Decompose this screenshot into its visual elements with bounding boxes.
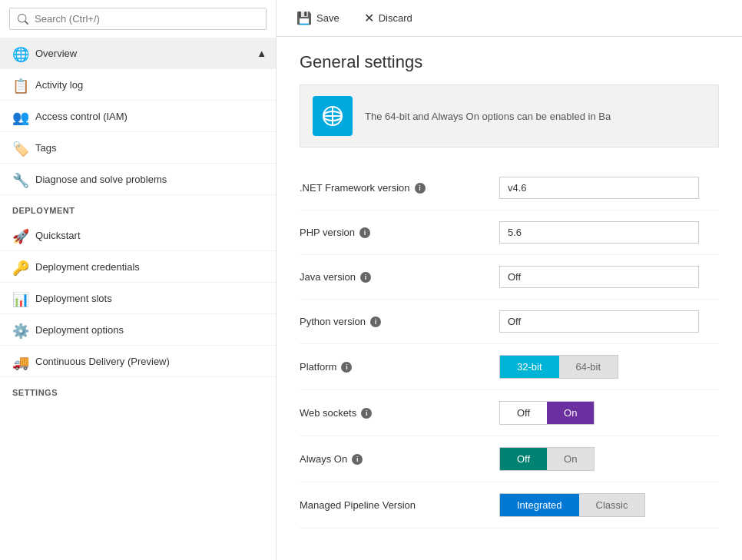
options-icon: ⚙️	[12, 323, 26, 336]
sidebar-item-access-control[interactable]: 👥 Access control (IAM)	[0, 101, 276, 132]
search-box[interactable]	[9, 8, 267, 30]
discard-icon: ✕	[364, 11, 374, 25]
php-label: PHP version i	[300, 227, 499, 238]
dotnet-select[interactable]: v4.6 v2.0 v3.5	[499, 177, 699, 199]
sidebar-item-activity-log[interactable]: 📋 Activity log	[0, 69, 276, 101]
sidebar-label-quickstart: Quickstart	[35, 230, 81, 241]
php-label-text: PHP version	[300, 227, 355, 238]
quickstart-icon: 🚀	[12, 228, 26, 242]
settings-row-platform: Platform i 32-bit 64-bit	[300, 344, 719, 390]
wrench-icon: 🔧	[12, 172, 26, 186]
person-icon: 👥	[12, 109, 26, 123]
sidebar-item-diagnose[interactable]: 🔧 Diagnose and solve problems	[0, 164, 276, 195]
settings-row-php: PHP version i 5.6 Off 5.5 7.0	[300, 210, 719, 255]
key-icon: 🔑	[12, 260, 26, 273]
python-select[interactable]: Off 2.7 3.4	[499, 310, 699, 333]
section-header-settings: SETTINGS	[0, 377, 276, 402]
settings-row-dotnet: .NET Framework version i v4.6 v2.0 v3.5	[300, 166, 719, 210]
websockets-label-text: Web sockets	[300, 407, 356, 419]
pipeline-label: Managed Pipeline Version	[300, 499, 499, 511]
websockets-info-icon[interactable]: i	[361, 408, 372, 419]
platform-32bit-btn[interactable]: 32-bit	[500, 356, 559, 378]
java-label-text: Java version	[300, 271, 356, 283]
java-label: Java version i	[300, 271, 499, 283]
discard-label: Discard	[379, 12, 412, 24]
sidebar-item-tags[interactable]: 🏷️ Tags	[0, 132, 276, 164]
python-control: Off 2.7 3.4	[499, 310, 719, 333]
section-header-deployment: DEPLOYMENT	[0, 195, 276, 220]
dotnet-label: .NET Framework version i	[300, 182, 499, 194]
settings-row-always-on: Always On i Off On	[300, 436, 719, 482]
save-label: Save	[316, 12, 340, 24]
sidebar-label-continuous-delivery: Continuous Delivery (Preview)	[35, 356, 170, 367]
platform-control: 32-bit 64-bit	[499, 355, 719, 379]
sidebar-label-deployment-credentials: Deployment credentials	[35, 261, 140, 273]
sidebar-item-deployment-credentials[interactable]: 🔑 Deployment credentials	[0, 251, 276, 283]
java-control: Off 1.7 1.8	[499, 266, 719, 288]
sidebar-item-continuous-delivery[interactable]: 🚚 Continuous Delivery (Preview)	[0, 346, 276, 377]
dotnet-info-icon[interactable]: i	[415, 183, 426, 194]
settings-row-java: Java version i Off 1.7 1.8	[300, 255, 719, 300]
settings-table: .NET Framework version i v4.6 v2.0 v3.5 …	[300, 166, 719, 529]
pipeline-control: Integrated Classic	[499, 493, 719, 517]
globe-icon: 🌐	[12, 46, 26, 60]
info-banner-icon	[313, 96, 353, 136]
java-select[interactable]: Off 1.7 1.8	[499, 266, 699, 288]
toolbar: 💾 Save ✕ Discard	[277, 0, 742, 37]
always-on-info-icon[interactable]: i	[352, 454, 363, 465]
sidebar-label-tags: Tags	[35, 142, 56, 154]
websockets-control: Off On	[499, 401, 719, 425]
save-button[interactable]: 💾 Save	[292, 8, 344, 28]
sidebar-label-overview: Overview	[35, 48, 77, 59]
websockets-off-btn[interactable]: Off	[500, 402, 547, 424]
php-select[interactable]: 5.6 Off 5.5 7.0	[499, 221, 699, 244]
chevron-icon: ▲	[257, 48, 267, 59]
websockets-label: Web sockets i	[300, 407, 499, 419]
sidebar-item-quickstart[interactable]: 🚀 Quickstart	[0, 220, 276, 251]
info-banner: The 64-bit and Always On options can be …	[300, 84, 719, 147]
platform-64bit-btn[interactable]: 64-bit	[559, 356, 618, 378]
book-icon: 📋	[12, 78, 26, 91]
discard-button[interactable]: ✕ Discard	[359, 8, 417, 28]
websockets-on-btn[interactable]: On	[547, 402, 594, 424]
websockets-toggle: Off On	[499, 401, 595, 425]
settings-row-websockets: Web sockets i Off On	[300, 390, 719, 436]
content-area: General settings The 64-bit and Always O…	[277, 37, 742, 560]
search-input[interactable]	[35, 13, 258, 25]
platform-label-text: Platform	[300, 361, 336, 373]
pipeline-label-text: Managed Pipeline Version	[300, 499, 416, 511]
dotnet-control: v4.6 v2.0 v3.5	[499, 177, 719, 199]
sidebar-item-deployment-slots[interactable]: 📊 Deployment slots	[0, 283, 276, 314]
pipeline-toggle: Integrated Classic	[499, 493, 645, 517]
dotnet-label-text: .NET Framework version	[300, 182, 410, 194]
php-info-icon[interactable]: i	[359, 227, 370, 238]
slots-icon: 📊	[12, 291, 26, 305]
pipeline-classic-btn[interactable]: Classic	[579, 494, 645, 516]
python-label-text: Python version	[300, 316, 366, 327]
settings-row-pipeline: Managed Pipeline Version Integrated Clas…	[300, 482, 719, 529]
platform-label: Platform i	[300, 361, 499, 373]
sidebar-label-access-control: Access control (IAM)	[35, 111, 128, 122]
sidebar-label-deployment-slots: Deployment slots	[35, 293, 112, 304]
main-content: 💾 Save ✕ Discard General settings The 64…	[277, 0, 742, 560]
platform-toggle: 32-bit 64-bit	[499, 355, 618, 379]
tag-icon: 🏷️	[12, 141, 26, 154]
sidebar: 🌐 Overview ▲ 📋 Activity log 👥 Access con…	[0, 0, 277, 560]
python-info-icon[interactable]: i	[370, 316, 381, 327]
always-on-on-btn[interactable]: On	[547, 448, 594, 470]
java-info-icon[interactable]: i	[360, 272, 371, 283]
sidebar-label-activity-log: Activity log	[35, 79, 83, 91]
always-on-label: Always On i	[300, 453, 499, 465]
python-label: Python version i	[300, 316, 499, 327]
sidebar-item-overview[interactable]: 🌐 Overview ▲	[0, 38, 276, 69]
sidebar-label-deployment-options: Deployment options	[35, 324, 124, 336]
sidebar-item-deployment-options[interactable]: ⚙️ Deployment options	[0, 314, 276, 346]
pipeline-integrated-btn[interactable]: Integrated	[500, 494, 579, 516]
delivery-icon: 🚚	[12, 354, 26, 368]
info-banner-text: The 64-bit and Always On options can be …	[365, 111, 611, 122]
always-on-toggle: Off On	[499, 447, 595, 471]
platform-info-icon[interactable]: i	[341, 362, 352, 373]
always-on-off-btn[interactable]: Off	[500, 448, 547, 470]
save-icon: 💾	[296, 11, 312, 25]
page-title: General settings	[300, 52, 719, 72]
